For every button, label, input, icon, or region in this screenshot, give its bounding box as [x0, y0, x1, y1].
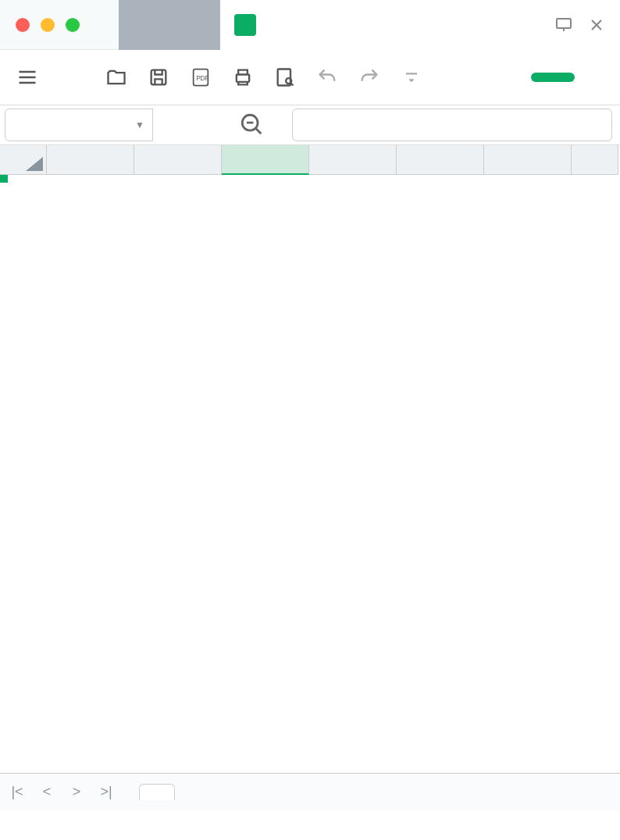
maximize-window-icon[interactable]: [66, 18, 80, 32]
col-header-e[interactable]: [397, 145, 484, 175]
sheet-nav-buttons: |< < > >|: [8, 784, 116, 800]
save-icon[interactable]: [145, 64, 172, 91]
col-header-b[interactable]: [134, 145, 222, 175]
redo-icon[interactable]: [356, 64, 383, 91]
sheet-nav-first-icon[interactable]: |<: [8, 784, 27, 800]
title-bar: [0, 0, 620, 50]
svg-rect-0: [557, 19, 571, 28]
sheet-nav-next-icon[interactable]: >: [67, 784, 86, 800]
pdf-icon[interactable]: PDF: [187, 64, 214, 91]
formula-input[interactable]: [292, 109, 612, 141]
formula-bar-row: ▼: [0, 105, 620, 145]
undo-icon[interactable]: [314, 64, 340, 91]
col-header-f[interactable]: [484, 145, 572, 175]
name-box[interactable]: ▼: [5, 109, 153, 141]
svg-point-6: [286, 78, 291, 84]
start-button[interactable]: [531, 73, 575, 82]
minimize-window-icon[interactable]: [41, 18, 55, 32]
sheet-nav-prev-icon[interactable]: <: [37, 784, 56, 800]
preview-icon[interactable]: [272, 64, 298, 91]
tab-home[interactable]: [119, 0, 220, 50]
svg-rect-1: [151, 70, 166, 85]
close-tab-icon[interactable]: [587, 16, 606, 34]
sheet-tab-bar: |< < > >|: [0, 773, 620, 810]
col-header-d[interactable]: [309, 145, 397, 175]
open-icon[interactable]: [103, 64, 130, 91]
menu-icon[interactable]: [14, 64, 41, 91]
zoom-out-icon[interactable]: [239, 112, 265, 138]
tab-document[interactable]: [220, 0, 620, 50]
sheet-nav-last-icon[interactable]: >|: [97, 784, 116, 800]
print-icon[interactable]: [230, 64, 256, 91]
sheet-tab-active[interactable]: [139, 784, 175, 800]
svg-rect-4: [237, 75, 249, 82]
present-icon[interactable]: [554, 16, 573, 34]
column-headers-row: [0, 145, 620, 175]
spreadsheet-app-icon: [234, 14, 256, 36]
chevron-down-icon[interactable]: ▼: [135, 119, 144, 130]
toolbar: PDF: [0, 50, 620, 105]
close-window-icon[interactable]: [16, 18, 30, 32]
col-header-g[interactable]: [572, 145, 618, 175]
more-icon[interactable]: [398, 64, 425, 91]
col-header-c[interactable]: [222, 145, 309, 175]
window-controls: [0, 18, 95, 32]
spreadsheet-grid[interactable]: [0, 145, 620, 770]
selection-fill-handle[interactable]: [0, 175, 8, 183]
select-all-corner[interactable]: [0, 145, 47, 175]
col-header-a[interactable]: [47, 145, 134, 175]
svg-text:PDF: PDF: [196, 75, 208, 82]
